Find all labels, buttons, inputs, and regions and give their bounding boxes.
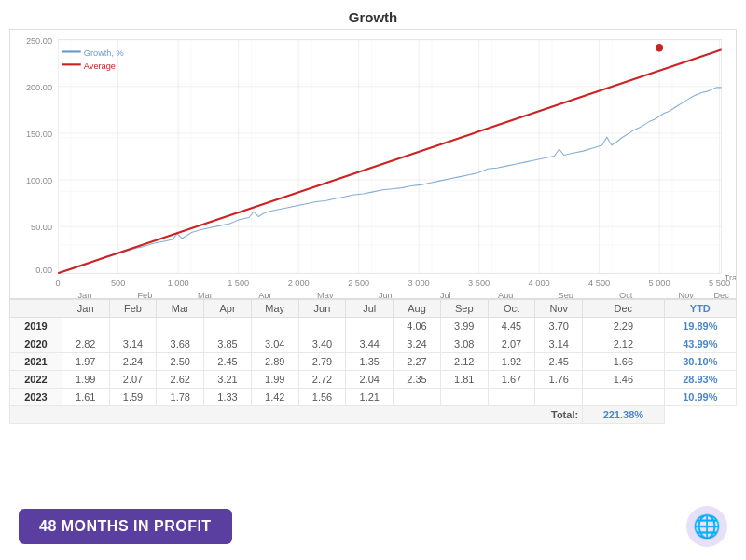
svg-text:Apr: Apr: [258, 290, 271, 298]
month-cell: 1.81: [440, 371, 488, 389]
may-header: May: [251, 300, 298, 318]
month-cell: 1.99: [62, 371, 109, 389]
month-cell: [346, 318, 394, 335]
svg-text:100.00: 100.00: [26, 175, 52, 185]
month-cell: 1.35: [346, 353, 394, 371]
svg-text:Jun: Jun: [379, 290, 393, 298]
month-cell: 3.14: [535, 335, 583, 353]
month-cell: 3.85: [204, 335, 252, 353]
month-cell: 1.56: [298, 389, 346, 406]
month-cell: 1.76: [535, 371, 583, 389]
month-cell: [394, 389, 441, 406]
month-cell: 2.07: [488, 335, 535, 353]
month-cell: 2.12: [440, 353, 488, 371]
month-cell: 1.97: [62, 353, 109, 371]
ytd-cell: 10.99%: [664, 389, 736, 406]
svg-text:500: 500: [111, 278, 125, 288]
month-cell: 1.21: [346, 389, 394, 406]
svg-text:Aug: Aug: [498, 290, 513, 298]
month-cell: 2.29: [583, 318, 664, 335]
table-row: 20202.823.143.683.853.043.403.443.243.08…: [10, 335, 737, 353]
year-header: [10, 300, 62, 318]
svg-text:2 000: 2 000: [288, 278, 310, 288]
month-cell: 2.79: [298, 353, 346, 371]
month-cell: 2.04: [346, 371, 394, 389]
jan-header: Jan: [62, 300, 109, 318]
month-cell: 3.08: [440, 335, 488, 353]
apr-header: Apr: [204, 300, 252, 318]
year-cell: 2021: [10, 353, 62, 371]
month-cell: [204, 318, 252, 335]
month-cell: 3.14: [109, 335, 157, 353]
month-cell: 2.45: [535, 353, 583, 371]
svg-text:4 500: 4 500: [588, 278, 610, 288]
total-row: Total:221.38%: [10, 406, 737, 424]
svg-rect-1: [58, 40, 721, 274]
svg-text:5 000: 5 000: [649, 278, 670, 288]
month-cell: 4.06: [394, 318, 441, 335]
year-cell: 2023: [10, 389, 62, 406]
data-table: Jan Feb Mar Apr May Jun Jul Aug Sep Oct …: [9, 299, 737, 495]
month-cell: 2.89: [251, 353, 298, 371]
svg-text:50.00: 50.00: [31, 222, 52, 232]
month-cell: 1.78: [157, 389, 204, 406]
svg-text:200.00: 200.00: [26, 82, 52, 92]
jul-header: Jul: [346, 300, 394, 318]
month-cell: [157, 318, 204, 335]
svg-text:150.00: 150.00: [26, 129, 52, 139]
month-cell: [298, 318, 346, 335]
svg-text:Dec: Dec: [713, 290, 729, 298]
month-cell: [62, 318, 109, 335]
month-cell: 1.92: [488, 353, 535, 371]
svg-text:4 000: 4 000: [529, 278, 550, 288]
svg-text:Feb: Feb: [137, 290, 152, 298]
svg-text:1 500: 1 500: [228, 278, 249, 288]
month-cell: 3.04: [251, 335, 298, 353]
month-cell: 3.44: [346, 335, 394, 353]
svg-text:5 500: 5 500: [709, 278, 730, 288]
month-cell: [535, 389, 583, 406]
month-cell: 3.24: [394, 335, 441, 353]
table-row: 20231.611.591.781.331.421.561.2110.99%: [10, 389, 737, 406]
month-cell: 2.45: [204, 353, 252, 371]
month-cell: [440, 389, 488, 406]
dec-header: Dec: [583, 300, 664, 318]
sep-header: Sep: [440, 300, 488, 318]
svg-text:Jan: Jan: [77, 290, 91, 298]
nov-header: Nov: [535, 300, 583, 318]
svg-text:Jul: Jul: [440, 290, 451, 298]
svg-text:Average: Average: [84, 60, 116, 70]
svg-text:Mar: Mar: [198, 290, 213, 298]
svg-text:0: 0: [56, 278, 61, 288]
table-row: 20194.063.994.453.702.2919.89%: [10, 318, 737, 335]
svg-text:3 500: 3 500: [468, 278, 490, 288]
year-cell: 2022: [10, 371, 62, 389]
month-cell: [109, 318, 157, 335]
mar-header: Mar: [157, 300, 204, 318]
month-cell: 3.70: [535, 318, 583, 335]
month-cell: 2.24: [109, 353, 157, 371]
svg-point-26: [656, 44, 663, 52]
month-cell: 3.68: [157, 335, 204, 353]
month-cell: 2.35: [394, 371, 441, 389]
svg-text:0.00: 0.00: [35, 265, 52, 275]
month-cell: 4.45: [488, 318, 535, 335]
ytd-header: YTD: [664, 300, 736, 318]
year-cell: 2020: [10, 335, 62, 353]
month-cell: 2.50: [157, 353, 204, 371]
total-value: 221.38%: [583, 406, 664, 424]
month-cell: 1.42: [251, 389, 298, 406]
svg-text:250.00: 250.00: [26, 35, 52, 46]
month-cell: 1.59: [109, 389, 157, 406]
total-empty: Total:: [10, 406, 583, 424]
table-row: 20221.992.072.623.211.992.722.042.351.81…: [10, 371, 737, 389]
profit-badge: 48 MONTHS IN PROFIT: [19, 509, 232, 544]
ytd-cell: 19.89%: [664, 318, 736, 335]
feb-header: Feb: [109, 300, 157, 318]
svg-text:1 000: 1 000: [168, 278, 189, 288]
month-cell: 1.99: [251, 371, 298, 389]
month-cell: 2.12: [583, 335, 664, 353]
month-cell: [488, 389, 535, 406]
ytd-cell: 28.93%: [664, 371, 736, 389]
oct-header: Oct: [488, 300, 535, 318]
